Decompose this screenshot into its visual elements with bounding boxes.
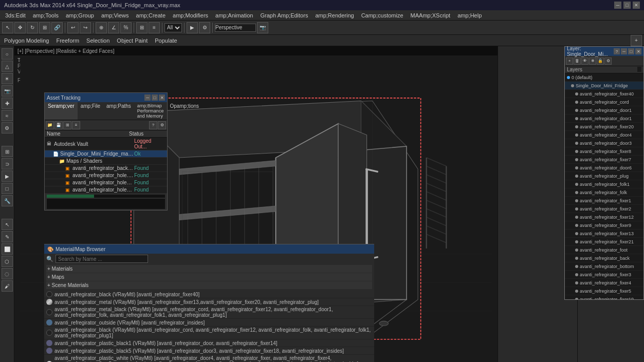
menu-animation[interactable]: amp;Animation bbox=[212, 11, 256, 20]
close-button[interactable]: ✕ bbox=[633, 2, 640, 9]
layers-freeze[interactable]: ❄ bbox=[589, 58, 596, 65]
at-row-img2[interactable]: ▣ avanti_refregirator_hole.jpg Found bbox=[45, 172, 167, 179]
menu-create[interactable]: amp;Create bbox=[133, 11, 169, 20]
layer-row-door1a[interactable]: avanti_refregirator_door1 bbox=[565, 106, 643, 115]
menu-maxscript[interactable]: MAAmp;XScript bbox=[408, 11, 454, 20]
menu-modifiers[interactable]: amp;Modifiers bbox=[170, 11, 211, 20]
tool-select-obj[interactable]: ↖ bbox=[2, 219, 13, 230]
stool-polygon-modeling[interactable]: Polygon Modeling bbox=[2, 37, 51, 44]
tool-spacewarps[interactable]: ≈ bbox=[2, 110, 13, 121]
asset-tracking-maximize[interactable]: □ bbox=[152, 94, 158, 101]
tool-display[interactable]: □ bbox=[2, 183, 13, 194]
material-row-2[interactable]: avanti_refregirator_metal_black (VRayMtl… bbox=[44, 306, 374, 319]
stool-extra[interactable]: + bbox=[631, 35, 642, 46]
layers-settings[interactable]: ⚙ bbox=[604, 58, 612, 65]
layer-row-folk1[interactable]: avanti_refregirator_folk1 bbox=[565, 180, 643, 188]
tool-snap[interactable]: ⊕ bbox=[96, 22, 107, 33]
tool-scale[interactable]: ⊞ bbox=[39, 22, 50, 33]
layer-row-door3[interactable]: avanti_refregirator_door3 bbox=[565, 139, 643, 147]
layer-row-door4[interactable]: avanti_refregirator_door4 bbox=[565, 131, 643, 139]
material-row-6[interactable]: avanti_refregirator_plastic_black5 (VRay… bbox=[44, 347, 374, 355]
viewport-area[interactable]: [+] [Perspective] [Realistic + Edged Fac… bbox=[14, 46, 498, 362]
tab-server[interactable]: Seramp;ver bbox=[45, 102, 78, 120]
tool-select[interactable]: ↖ bbox=[2, 22, 13, 33]
layer-row-cord[interactable]: avanti_refregirator_cord bbox=[565, 98, 643, 106]
menu-views[interactable]: amp;Views bbox=[98, 11, 132, 20]
layer-row-plug[interactable]: avanti_refregirator_plug bbox=[565, 172, 643, 180]
tool-redo[interactable]: ↪ bbox=[80, 22, 91, 33]
tool-systems[interactable]: ⚙ bbox=[2, 122, 13, 134]
tool-move[interactable]: ✥ bbox=[14, 22, 26, 33]
at-row-img3[interactable]: ▣ avanti_refregirator_hole2.jpg Found bbox=[45, 179, 167, 186]
tab-file[interactable]: amp;File bbox=[78, 102, 103, 120]
view-type-input[interactable] bbox=[215, 24, 256, 32]
viewport-type-select[interactable]: All bbox=[164, 23, 182, 32]
section-scene-materials[interactable]: + Scene Materials bbox=[46, 281, 372, 289]
layer-row-default[interactable]: 0 (default) bbox=[565, 73, 643, 82]
layers-question[interactable]: ? bbox=[614, 48, 620, 54]
tool-create-shapes[interactable]: △ bbox=[2, 61, 13, 72]
layers-delete[interactable]: 🗑 bbox=[574, 58, 581, 65]
layer-row-door6[interactable]: avanti_refregirator_door6 bbox=[565, 164, 643, 172]
at-btn-save[interactable]: 💾 bbox=[54, 121, 63, 129]
tool-helpers[interactable]: ✚ bbox=[2, 98, 13, 109]
tool-align[interactable]: ≡ bbox=[149, 22, 160, 33]
tool-motion[interactable]: ▶ bbox=[2, 170, 13, 182]
layer-row-fixer9[interactable]: avanti_refregirator_fixer9 bbox=[565, 221, 643, 230]
tool-percent-snap[interactable]: % bbox=[120, 22, 132, 33]
tool-fence-select[interactable]: ⬡ bbox=[2, 256, 13, 267]
layer-row-fixer8[interactable]: avanti_refregirator_fixer8 bbox=[565, 147, 643, 156]
at-row-maps[interactable]: 📁 Maps / Shaders bbox=[45, 158, 167, 165]
at-btn-settings[interactable]: ⚙ bbox=[158, 121, 166, 129]
material-row-4[interactable]: avanti_refregirator_black (VRayMtl) [ava… bbox=[44, 327, 374, 339]
tool-create-geo[interactable]: ○ bbox=[2, 48, 13, 60]
tool-rotate[interactable]: ↻ bbox=[27, 22, 38, 33]
layer-row-fixer12[interactable]: avanti_refregirator_fixer12 bbox=[565, 213, 643, 221]
tool-angle-snap[interactable]: ∠ bbox=[108, 22, 119, 33]
layers-new[interactable]: + bbox=[566, 58, 573, 65]
tool-link[interactable]: 🔗 bbox=[51, 22, 63, 33]
layer-row-folk[interactable]: avanti_refregirator_folk bbox=[565, 188, 643, 197]
maximize-button[interactable]: □ bbox=[623, 2, 631, 9]
layer-row-fixer19[interactable]: avanti_refregirator_fixer19 bbox=[565, 295, 643, 299]
layer-row-fixer7[interactable]: avanti_refregirator_fixer7 bbox=[565, 156, 643, 164]
asset-tracking-minimize[interactable]: ─ bbox=[144, 94, 151, 101]
tab-bitmap[interactable]: amp;Bitmap Performance and Memory bbox=[134, 102, 167, 120]
layer-row-fixer13[interactable]: avanti_refregirator_fixer13 bbox=[565, 230, 643, 238]
tool-mirror[interactable]: ⊞ bbox=[136, 22, 148, 33]
menu-help[interactable]: amp;Help bbox=[454, 11, 485, 20]
tool-undo[interactable]: ↩ bbox=[67, 22, 79, 33]
layer-row-fridge[interactable]: Single_Door_Mini_Fridge bbox=[565, 82, 643, 90]
minimize-button[interactable]: ─ bbox=[614, 2, 621, 9]
menu-customize[interactable]: Camp;customize bbox=[358, 11, 407, 20]
asset-tracking-close[interactable]: ✕ bbox=[159, 94, 165, 101]
tab-paths[interactable]: amp;Paths bbox=[103, 102, 134, 120]
tool-camera[interactable]: 📷 bbox=[257, 22, 268, 33]
at-row-img4[interactable]: ▣ avanti_refregirator_hole1.jpg Found bbox=[45, 186, 167, 194]
stool-freeform[interactable]: Freeform bbox=[54, 37, 81, 44]
tool-paint-select[interactable]: ✎ bbox=[2, 231, 13, 242]
menu-graph-editors[interactable]: Graph Amp;Editors bbox=[257, 11, 311, 20]
stool-object-paint[interactable]: Object Paint bbox=[115, 37, 150, 44]
layer-row-fixer21[interactable]: avanti_refregirator_fixer21 bbox=[565, 238, 643, 246]
layer-row-bottom[interactable]: avanti_refregirator_bottom bbox=[565, 262, 643, 271]
at-btn-help[interactable]: ? bbox=[149, 121, 157, 129]
tool-lights[interactable]: ☀ bbox=[2, 73, 13, 84]
material-row-1[interactable]: avanti_refregirator_metal (VRayMtl) [ava… bbox=[44, 298, 374, 306]
tool-render-setup[interactable]: ⚙ bbox=[199, 22, 210, 33]
tool-cameras[interactable]: 📷 bbox=[2, 85, 13, 97]
at-btn-table[interactable]: ≡ bbox=[72, 121, 80, 129]
layers-hide[interactable]: 👁 bbox=[581, 58, 588, 65]
tab-options[interactable]: Opamp;tions bbox=[167, 102, 202, 120]
menu-tools[interactable]: amp;Tools bbox=[30, 11, 62, 20]
layer-row-back[interactable]: avanti_refregirator_back bbox=[565, 254, 643, 262]
layers-close[interactable]: ✕ bbox=[635, 48, 641, 54]
tool-lasso[interactable]: ◌ bbox=[2, 268, 13, 279]
at-row-maxfile[interactable]: 📄 Single_Door_Mini_Fridge_max_vray.max O… bbox=[45, 150, 167, 158]
tool-render[interactable]: ▶ bbox=[187, 22, 198, 33]
layer-row-fixer5[interactable]: avanti_refregirator_fixer5 bbox=[565, 287, 643, 295]
stool-selection[interactable]: Selection bbox=[84, 37, 112, 44]
material-row-0[interactable]: avanti_refregirator_black (VRayMtl) [ava… bbox=[44, 291, 374, 298]
layer-row-fixer40[interactable]: avanti_refregirator_fixer40 bbox=[565, 90, 643, 98]
layers-lock[interactable]: 🔒 bbox=[597, 58, 604, 65]
